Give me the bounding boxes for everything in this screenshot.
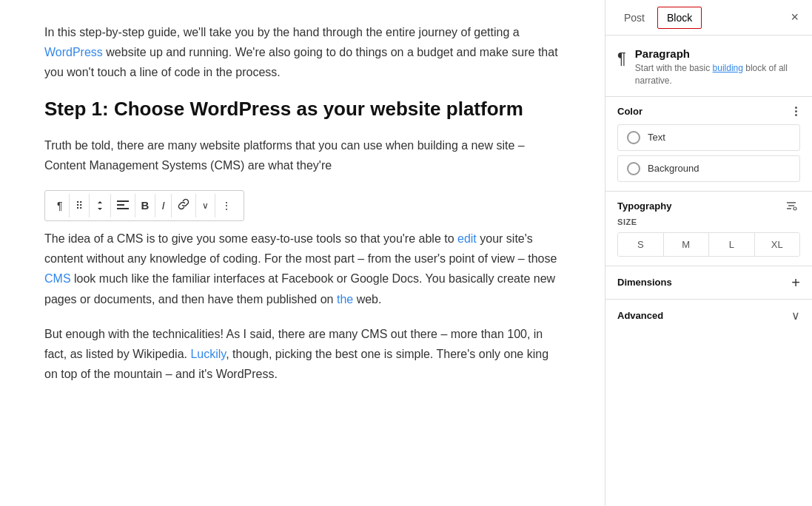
dimensions-section: Dimensions + [605,266,812,300]
block-toolbar: ¶ ⠿ B I [44,190,244,221]
dimensions-add-button[interactable]: + [791,275,800,290]
size-btn-m[interactable]: M [664,233,710,256]
dimensions-section-title: Dimensions [617,277,672,288]
size-btn-s[interactable]: S [618,233,664,256]
sidebar-panel: Post Block × ¶ Paragraph Start with the … [605,0,812,506]
size-btn-xl[interactable]: XL [755,233,800,256]
svg-point-6 [793,207,796,210]
chevron-down-icon: ∨ [202,200,209,211]
typography-section-header: Typography [617,200,800,212]
color-section-header: Color [617,106,800,117]
typography-menu-button[interactable] [782,200,800,211]
dot-2 [795,110,797,112]
italic-label: I [161,199,164,212]
move-btn[interactable] [90,194,111,217]
body-paragraph-1: Truth be told, there are many website pl… [44,135,560,175]
paragraph-block-icon: ¶ [617,49,626,68]
step-heading: Step 1: Choose WordPress as your website… [44,98,560,121]
close-button[interactable]: × [786,7,803,28]
size-btn-l[interactable]: L [709,233,755,256]
advanced-chevron-button[interactable]: ∨ [791,308,800,323]
block-title: Paragraph [635,47,800,60]
svg-rect-1 [117,204,124,206]
body-paragraph-3: But enough with the technicalities! As I… [44,324,560,385]
dot-3 [795,114,797,116]
bold-btn[interactable]: B [135,194,156,217]
block-description: Paragraph Start with the basic building … [635,47,800,87]
block-desc-text: Start with the basic building block of a… [635,62,800,87]
sidebar-tabs: Post Block × [605,0,812,36]
typography-section: Typography SIZE S M L XL [605,192,812,266]
main-content: In this step-by-step guide, we'll take y… [0,0,605,506]
advanced-section-title: Advanced [617,310,663,321]
paragraph-icon: ¶ [57,200,63,212]
paragraph-icon-btn[interactable]: ¶ [51,194,70,217]
advanced-section: Advanced ∨ [605,300,812,331]
background-color-label: Background [648,163,699,174]
link-icon [178,198,189,212]
color-section-title: Color [617,106,642,117]
align-icon [117,200,129,212]
color-menu-button[interactable] [792,107,800,116]
size-options: S M L XL [617,232,800,257]
background-color-radio [627,162,640,175]
advanced-section-header: Advanced ∨ [617,308,800,323]
size-label: SIZE [617,217,800,226]
tab-block[interactable]: Block [657,7,702,29]
intro-paragraph: In this step-by-step guide, we'll take y… [44,22,560,83]
drag-icon: ⠿ [76,200,83,212]
text-color-radio [627,131,640,144]
block-info-section: ¶ Paragraph Start with the basic buildin… [605,36,812,97]
svg-rect-0 [117,200,129,202]
bold-label: B [141,199,150,212]
tab-post[interactable]: Post [614,7,654,29]
move-icon [95,200,104,211]
italic-btn[interactable]: I [155,194,171,217]
text-color-option[interactable]: Text [617,124,800,151]
ellipsis-icon: ⋮ [221,200,232,212]
more-options-chevron-btn[interactable]: ∨ [196,194,215,217]
more-options-btn[interactable]: ⋮ [215,194,238,217]
dimensions-section-header: Dimensions + [617,275,800,290]
typography-section-title: Typography [617,200,671,212]
body-paragraph-2: The idea of a CMS is to give you some ea… [44,229,560,309]
link-btn[interactable] [172,194,196,217]
dot-1 [795,107,797,109]
color-section: Color Text Background [605,97,812,192]
drag-handle-btn[interactable]: ⠿ [70,194,90,217]
align-btn[interactable] [111,194,135,217]
svg-rect-2 [117,208,129,209]
text-color-label: Text [648,132,665,143]
background-color-option[interactable]: Background [617,155,800,182]
